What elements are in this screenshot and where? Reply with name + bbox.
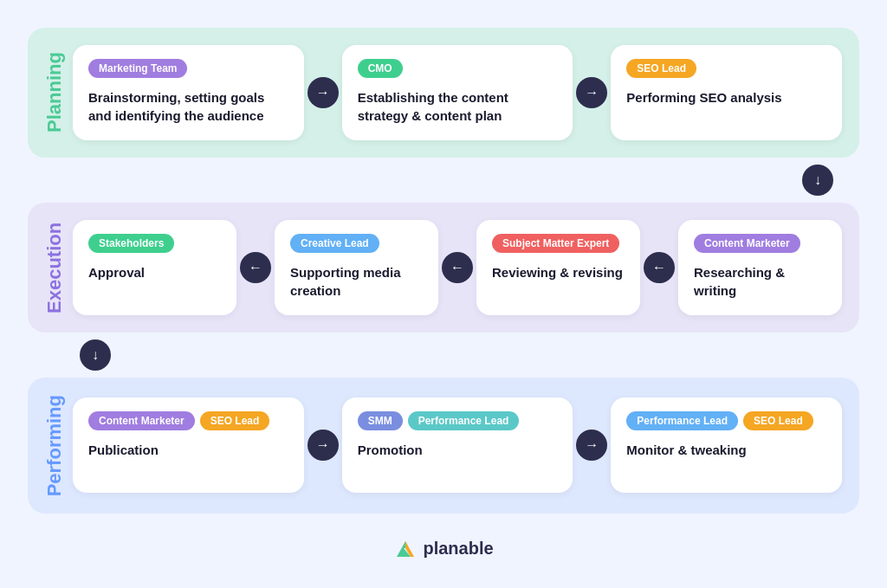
execution-card-1-title: Approval	[88, 263, 221, 281]
brand-logo: planable	[393, 536, 493, 560]
performing-arrow-1: →	[308, 430, 339, 461]
badge-sme: Subject Matter Expert	[492, 234, 619, 253]
execution-card-4: Content Marketer Researching & writing	[678, 220, 842, 315]
footer: planable	[28, 536, 859, 560]
badge-cmo: CMO	[358, 59, 403, 78]
badge-marketing-team: Marketing Team	[88, 59, 187, 78]
execution-arrow-1: ←	[240, 252, 271, 283]
execution-card-1: Stakeholders Approval	[73, 220, 236, 315]
performing-card-1-title: Publication	[88, 441, 288, 459]
execution-card-2: Creative Lead Supporting media creation	[275, 220, 438, 315]
execution-card-2-title: Supporting media creation	[290, 263, 423, 300]
badge-content-marketer-perf: Content Marketer	[88, 411, 195, 430]
execution-section: Execution Stakeholders Approval ← Creati…	[28, 203, 859, 333]
performing-card-3: Performance Lead SEO Lead Monitor & twea…	[611, 397, 842, 493]
down-arrow-circle-right: ↓	[802, 165, 833, 196]
execution-card-4-title: Researching & writing	[694, 263, 826, 300]
badge-smm: SMM	[358, 411, 403, 430]
execution-arrow-2: ←	[442, 252, 473, 283]
performing-card-2: SMM Performance Lead Promotion	[342, 397, 573, 493]
badge-seo-lead-planning: SEO Lead	[626, 59, 696, 78]
execution-cards-row: Stakeholders Approval ← Creative Lead Su…	[73, 220, 842, 315]
performing-card-3-title: Monitor & tweaking	[626, 441, 826, 459]
down-arrow-circle-left: ↓	[80, 339, 111, 371]
brand-name: planable	[423, 539, 493, 559]
performing-card-1: Content Marketer SEO Lead Publication	[73, 397, 304, 493]
down-arrow-left: ↓	[28, 339, 859, 371]
badge-content-marketer-exec: Content Marketer	[694, 234, 800, 253]
performing-card-2-title: Promotion	[358, 441, 558, 459]
performing-arrow-2: →	[576, 430, 607, 461]
performing-section: Performing Content Marketer SEO Lead Pub…	[28, 378, 859, 514]
badge-performance-lead-3: Performance Lead	[626, 411, 738, 430]
planning-card-2: CMO Establishing the content strategy & …	[342, 45, 573, 140]
badge-stakeholders: Stakeholders	[88, 234, 174, 253]
badge-performance-lead-2: Performance Lead	[408, 411, 520, 430]
badge-seo-lead-perf1: SEO Lead	[200, 411, 270, 430]
planning-arrow-1: →	[308, 77, 339, 108]
planning-section: Planning Marketing Team Brainstorming, s…	[28, 28, 859, 158]
execution-card-3-title: Reviewing & revising	[492, 263, 625, 281]
execution-card-3: Subject Matter Expert Reviewing & revisi…	[476, 220, 640, 315]
execution-arrow-3: ←	[644, 252, 675, 283]
performing-label: Performing	[36, 395, 73, 496]
planning-card-3: SEO Lead Performing SEO analysis	[611, 45, 842, 140]
planning-card-1-title: Brainstorming, setting goals and identif…	[88, 88, 288, 125]
planning-arrow-2: →	[576, 77, 607, 108]
performing-cards-row: Content Marketer SEO Lead Publication → …	[73, 395, 842, 496]
execution-label: Execution	[36, 220, 73, 315]
planable-icon	[393, 536, 418, 560]
planning-cards-row: Marketing Team Brainstorming, setting go…	[73, 45, 842, 140]
planning-label: Planning	[36, 45, 73, 140]
planning-card-3-title: Performing SEO analysis	[626, 88, 826, 107]
planning-card-2-title: Establishing the content strategy & cont…	[358, 88, 558, 125]
badge-creative-lead: Creative Lead	[290, 234, 379, 253]
down-arrow-right: ↓	[28, 165, 859, 196]
planning-card-1: Marketing Team Brainstorming, setting go…	[73, 45, 304, 140]
badge-seo-lead-perf3: SEO Lead	[743, 411, 813, 430]
diagram: Planning Marketing Team Brainstorming, s…	[28, 28, 859, 560]
